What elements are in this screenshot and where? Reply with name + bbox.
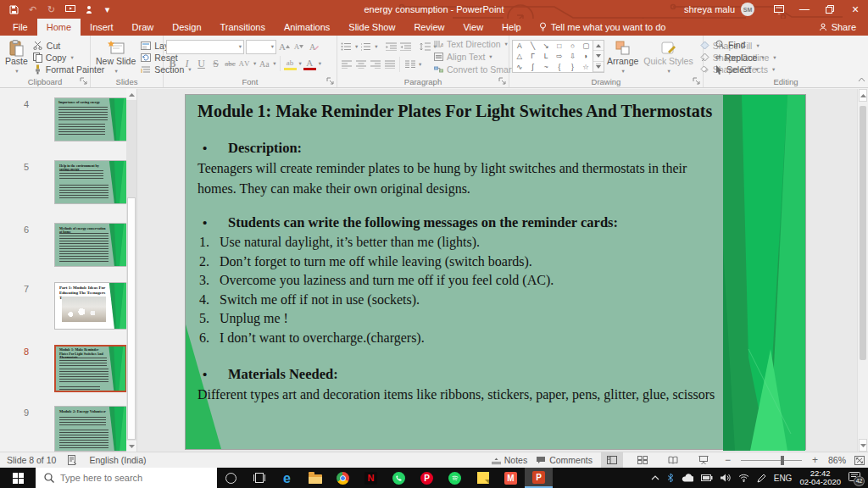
messages-header[interactable]: • Students can write the following messa… (198, 213, 747, 233)
tab-review[interactable]: Review (404, 19, 453, 36)
drawing-dialog-launcher[interactable] (693, 77, 700, 85)
zoom-slider[interactable] (741, 460, 802, 461)
message-item[interactable]: 6.I don’t want to overcharge.(chargers). (198, 329, 747, 348)
battery-icon[interactable] (701, 474, 713, 481)
shape-down-arrow-icon[interactable]: ⇩ (566, 51, 580, 61)
zoom-in-button[interactable]: + (810, 454, 820, 466)
materials-body[interactable]: Different types art and decoration items… (198, 385, 723, 405)
message-item[interactable]: 3.Overcome you laziness and turn me off … (198, 271, 747, 291)
bullets-button[interactable] (340, 40, 353, 53)
message-item[interactable]: 5.Unplug me ! (198, 309, 747, 329)
message-item[interactable]: 1.Use natural daylight, it’s better than… (198, 233, 747, 252)
shape-elbow-arrow-icon[interactable]: L (539, 51, 553, 61)
shape-triangle-icon[interactable]: △ (513, 51, 526, 61)
thumbnail-scroll-down-icon[interactable] (126, 441, 136, 452)
task-view-icon[interactable] (245, 468, 273, 488)
shape-right-arrow-icon[interactable]: ⇨ (553, 51, 566, 61)
whatsapp-icon[interactable] (385, 468, 413, 488)
windows-ink-icon[interactable] (757, 474, 766, 483)
slideshow-view-button[interactable] (693, 452, 715, 469)
slide-text-content[interactable]: Module 1: Make Reminder Plates For Light… (198, 100, 747, 405)
user-name[interactable]: shreya malu (684, 4, 735, 14)
shapes-more-icon[interactable] (593, 62, 604, 72)
editor-scrollbar-thumb[interactable] (860, 106, 866, 360)
paste-button[interactable]: Paste ▾ (3, 38, 31, 75)
slide-thumbnail-5[interactable]: 5 Help in the environment by saving ener… (0, 160, 127, 209)
shape-rectangle-icon[interactable]: □ (553, 41, 566, 51)
tray-chevron-up-icon[interactable] (651, 475, 659, 480)
decrease-indent-button[interactable] (385, 40, 398, 53)
shape-scribble-icon[interactable]: ∿ (513, 62, 526, 72)
zoom-level[interactable]: 86% (828, 455, 846, 465)
pinterest-icon[interactable]: P (413, 468, 441, 488)
numbering-button[interactable] (359, 40, 372, 53)
normal-view-button[interactable] (601, 452, 623, 469)
text-highlight-button[interactable]: ab (284, 57, 297, 70)
share-button[interactable]: Share (819, 19, 868, 36)
materials-header[interactable]: • Materials Needed: (198, 364, 747, 385)
replace-button[interactable]: ⇄ Replace▾ (713, 52, 767, 64)
redo-icon[interactable]: ↻ (46, 3, 57, 15)
shape-partial-circle-icon[interactable]: ◗ (579, 51, 593, 61)
thumbnail-scroll-up-icon[interactable] (126, 89, 136, 100)
font-dialog-launcher[interactable] (326, 77, 334, 85)
save-icon[interactable] (8, 3, 19, 15)
shape-left-brace-icon[interactable]: { (553, 62, 566, 72)
file-explorer-icon[interactable] (301, 468, 329, 488)
justify-button[interactable] (383, 58, 396, 71)
red-m-app-icon[interactable]: M (497, 468, 525, 488)
undo-icon[interactable]: ↶ (27, 3, 38, 15)
minimize-button[interactable]: — (792, 0, 817, 19)
comments-button[interactable]: Comments (536, 455, 593, 465)
tab-file[interactable]: File (3, 19, 37, 36)
description-body[interactable]: Teenagers will create reminder plates to… (198, 158, 723, 199)
shape-line-icon[interactable]: ╲ (526, 41, 540, 51)
search-input[interactable] (60, 473, 217, 483)
increase-font-size-button[interactable]: A (278, 40, 291, 53)
thumbnail-scrollbar-thumb[interactable] (127, 197, 136, 440)
message-item[interactable]: 2.Don’t forget to turn me off while leav… (198, 252, 747, 272)
user-avatar[interactable]: SM (741, 3, 754, 16)
taskbar-search[interactable] (36, 468, 217, 488)
shape-arrow-icon[interactable]: ↘ (539, 41, 553, 51)
tab-slide-show[interactable]: Slide Show (339, 19, 404, 36)
tab-transitions[interactable]: Transitions (211, 19, 275, 36)
shape-curve-icon[interactable]: ʃ (526, 62, 540, 72)
accessibility-icon[interactable] (68, 455, 77, 465)
editor-scroll-down-icon[interactable] (859, 439, 867, 452)
sticky-notes-icon[interactable] (469, 468, 497, 488)
italic-button[interactable]: I (181, 57, 193, 70)
underline-button[interactable]: U (195, 57, 208, 70)
bluetooth-icon[interactable] (667, 473, 674, 483)
slide-thumbnail-6[interactable]: 6 Methods of energy conservation at home (0, 223, 127, 272)
columns-button[interactable] (403, 58, 416, 71)
netflix-icon[interactable]: N (357, 468, 385, 488)
taskbar-clock[interactable]: 22:42 02-04-2020 (799, 469, 841, 487)
tab-animations[interactable]: Animations (275, 19, 339, 36)
strikethrough-button[interactable]: S (209, 57, 222, 70)
tab-insert[interactable]: Insert (81, 19, 123, 36)
reading-view-button[interactable] (662, 452, 684, 469)
select-button[interactable]: Select▾ (713, 64, 767, 75)
slide-number-indicator[interactable]: Slide 8 of 10 (7, 455, 56, 465)
tab-draw[interactable]: Draw (123, 19, 164, 36)
shapes-scroll-down-icon[interactable] (593, 51, 604, 61)
spotify-icon[interactable] (441, 468, 469, 488)
zoom-out-button[interactable]: − (723, 454, 732, 466)
slide-thumbnail-4[interactable]: 4 Importance of saving energy (0, 97, 127, 147)
double-strikethrough-button[interactable]: abc (224, 57, 236, 70)
shape-textbox-icon[interactable]: A (513, 41, 526, 51)
tell-me-box[interactable]: Tell me what you want to do (531, 19, 675, 36)
slide-title[interactable]: Module 1: Make Reminder Plates For Light… (198, 100, 747, 123)
onedrive-cloud-icon[interactable] (682, 474, 693, 482)
description-header[interactable]: • Description: (198, 138, 747, 158)
volume-icon[interactable] (721, 474, 731, 482)
tab-home[interactable]: Home (37, 19, 81, 36)
slide-thumbnail-9[interactable]: 9 Module 2: Energy Volunteer (0, 406, 127, 455)
start-from-beginning-icon[interactable] (64, 3, 75, 15)
message-item[interactable]: 4.Switch me off if not in use (sockets). (198, 291, 747, 310)
arrange-button[interactable]: Arrange ▾ (604, 40, 641, 75)
increase-indent-button[interactable] (399, 40, 412, 53)
shape-wave-icon[interactable]: ~ (539, 62, 553, 72)
zoom-slider-thumb[interactable] (781, 456, 784, 465)
